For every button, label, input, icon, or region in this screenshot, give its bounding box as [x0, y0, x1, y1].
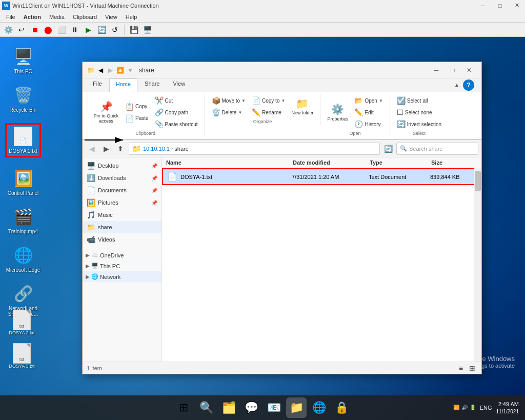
header-name[interactable]: Name — [166, 159, 293, 166]
explorer-maximize-btn[interactable]: □ — [445, 62, 461, 78]
copy-btn[interactable]: 📋 Copy — [123, 101, 151, 112]
sidebar-item-documents[interactable]: 📄 Documents 📌 — [83, 184, 161, 196]
network-tray-icon[interactable]: 📶 — [453, 405, 459, 410]
details-view-btn[interactable]: ≡ — [456, 363, 466, 373]
scroll-thumb[interactable] — [475, 171, 481, 191]
file-row-dosya1[interactable]: 📄 DOSYA-1.txt 7/31/2021 1:20 AM Text Doc… — [162, 168, 481, 185]
paste-btn[interactable]: 📄 Paste — [123, 113, 151, 124]
tab-share[interactable]: Share — [138, 78, 166, 92]
taskbar-search-btn[interactable]: 🔍 — [196, 397, 216, 418]
cut-btn[interactable]: ✂️ Cut — [152, 95, 200, 106]
sidebar-item-videos[interactable]: 📹 Videos — [83, 233, 161, 246]
sidebar-item-desktop[interactable]: 🖥️ Desktop 📌 — [83, 159, 161, 172]
volume-tray-icon[interactable]: 🔊 — [461, 405, 468, 410]
system-clock[interactable]: 2:49 AM 11/1/2021 — [496, 401, 519, 414]
ribbon-collapse-btn[interactable]: ▲ — [454, 82, 460, 89]
language-indicator[interactable]: ENG — [480, 405, 492, 411]
toolbar-btn-stop[interactable]: ⏹ — [29, 24, 41, 35]
tab-file[interactable]: File — [87, 78, 108, 92]
toolbar-btn-8[interactable]: 🖥️ — [141, 24, 153, 35]
toolbar-btn-5[interactable]: 🔄 — [95, 24, 108, 35]
desktop-icon-dosya1[interactable]: 📄 DOSYA 1.txt — [5, 123, 41, 157]
menu-clipboard[interactable]: Clipboard — [69, 13, 101, 21]
rename-btn[interactable]: ✏️ Rename — [249, 107, 288, 118]
address-bar[interactable]: 📁 10.10.10.1 › share — [129, 143, 380, 155]
explorer-close-btn[interactable]: ✕ — [461, 62, 477, 78]
header-date[interactable]: Date modified — [293, 159, 370, 166]
taskbar-mail-btn[interactable]: 📧 — [264, 397, 284, 418]
search-box[interactable]: 🔍 Search share — [396, 143, 478, 155]
toolbar-btn-3[interactable]: ⬤ — [42, 24, 54, 35]
large-icons-view-btn[interactable]: ⊞ — [467, 363, 477, 373]
toolbar-btn-pause[interactable]: ⏸ — [69, 24, 81, 35]
vm-maximize-btn[interactable]: □ — [492, 0, 508, 11]
pin-quick-access-btn[interactable]: 📌 Pin to Quick access — [91, 98, 122, 126]
sidebar-section-network[interactable]: ▶ 🌐 Network — [83, 271, 161, 282]
toolbar-btn-1[interactable]: ⚙️ — [2, 24, 14, 35]
menu-view[interactable]: View — [101, 13, 122, 21]
toolbar-btn-play[interactable]: ▶ — [82, 24, 94, 35]
menu-media[interactable]: Media — [45, 13, 69, 21]
control-panel-icon: 🖼️ — [13, 168, 33, 188]
vm-minimize-btn[interactable]: ─ — [475, 0, 491, 11]
toolbar-btn-6[interactable]: ↺ — [109, 24, 121, 35]
desktop-icon-edge[interactable]: 🌐 Microsoft Edge — [5, 245, 41, 273]
toolbar-btn-4[interactable]: ⬜ — [55, 24, 68, 35]
taskbar-chat-btn[interactable]: 💬 — [241, 397, 261, 418]
history-btn[interactable]: 🕐 History — [352, 118, 385, 130]
tab-view[interactable]: View — [167, 78, 191, 92]
sidebar-item-share[interactable]: 📁 share — [83, 221, 161, 233]
tab-home[interactable]: Home — [109, 78, 137, 92]
nav-refresh-btn[interactable]: 🔄 — [382, 143, 394, 155]
menu-action[interactable]: Action — [19, 13, 45, 21]
copy-path-btn[interactable]: 🔗 Copy path — [152, 107, 200, 118]
desktop-icon-recycle-bin[interactable]: 🗑️ Recycle Bin — [5, 85, 41, 113]
nav-up-btn[interactable]: ⬆ — [114, 143, 127, 155]
open-group: ⚙️ Properties 📂 Open ▼ ✏️ Edit — [320, 94, 390, 137]
open-btn[interactable]: 📂 Open ▼ — [352, 95, 385, 106]
desktop-dosya3-icon[interactable]: txt DOSYA 3.txt — [5, 343, 38, 369]
taskbar-start-btn[interactable]: ⊞ — [173, 397, 194, 418]
desktop-dosya2-icon[interactable]: txt DOSYA 2.txt — [5, 310, 38, 335]
move-to-btn[interactable]: 📦 Move to ▼ — [209, 95, 249, 106]
paste-shortcut-btn[interactable]: 📎 Paste shortcut — [152, 118, 200, 130]
menu-file[interactable]: File — [2, 13, 19, 21]
copy-to-btn[interactable]: 📄 Copy to ▼ — [249, 95, 288, 106]
desktop-icon-training[interactable]: 🎬 Training.mp4 — [5, 206, 41, 234]
menu-help[interactable]: Help — [122, 13, 142, 21]
content-scroll-area[interactable]: 📄 DOSYA-1.txt 7/31/2021 1:20 AM Text Doc… — [162, 168, 481, 362]
nav-back-btn[interactable]: ◀ — [86, 143, 98, 155]
edit-btn[interactable]: ✏️ Edit — [352, 107, 385, 118]
explorer-minimize-btn[interactable]: ─ — [428, 62, 445, 78]
header-type[interactable]: Type — [370, 159, 431, 166]
toolbar-btn-7[interactable]: 💾 — [128, 24, 140, 35]
videos-sidebar-icon: 📹 — [87, 235, 95, 244]
nav-forward-btn[interactable]: ▶ — [100, 143, 112, 155]
sidebar-section-onedrive[interactable]: ▶ ☁️ OneDrive — [83, 250, 161, 261]
vm-close-btn[interactable]: ✕ — [509, 0, 525, 11]
taskbar-explorer-btn[interactable]: 📁 — [286, 397, 307, 418]
sidebar-item-music[interactable]: 🎵 Music — [83, 209, 161, 221]
taskbar-taskview-btn[interactable]: 🗂️ — [218, 397, 239, 418]
sidebar-item-pictures[interactable]: 🖼️ Pictures 📌 — [83, 196, 161, 209]
header-size[interactable]: Size — [431, 159, 477, 166]
select-all-btn[interactable]: ☑️ Select all — [394, 95, 444, 106]
desktop-icon-control-panel[interactable]: 🖼️ Control Panel — [5, 168, 41, 196]
onedrive-expand-icon: ▶ — [86, 252, 90, 258]
battery-tray-icon[interactable]: 🔋 — [470, 405, 476, 410]
sidebar-section-this-pc[interactable]: ▶ 🖥️ This PC — [83, 261, 161, 271]
rename-icon: ✏️ — [252, 108, 260, 116]
sidebar-item-downloads[interactable]: ⬇️ Downloads 📌 — [83, 172, 161, 184]
toolbar-btn-2[interactable]: ↩ — [15, 24, 28, 35]
scrollbar[interactable] — [474, 168, 481, 362]
desktop-icons: 🖥️ This PC 🗑️ Recycle Bin 📄 DOSYA 1.txt … — [5, 41, 41, 317]
properties-btn[interactable]: ⚙️ Properties — [325, 101, 351, 124]
desktop-icon-this-pc[interactable]: 🖥️ This PC — [5, 46, 41, 74]
invert-selection-btn[interactable]: 🔄 Invert selection — [394, 118, 444, 130]
taskbar-edge-btn[interactable]: 🌐 — [309, 397, 329, 418]
new-folder-btn[interactable]: 📁 New folder — [289, 95, 316, 118]
taskbar-lock-btn[interactable]: 🔒 — [331, 397, 352, 418]
help-btn[interactable]: ? — [463, 79, 474, 91]
delete-btn[interactable]: 🗑️ Delete ▼ — [209, 107, 249, 118]
select-none-btn[interactable]: ☐ Select none — [394, 107, 444, 118]
